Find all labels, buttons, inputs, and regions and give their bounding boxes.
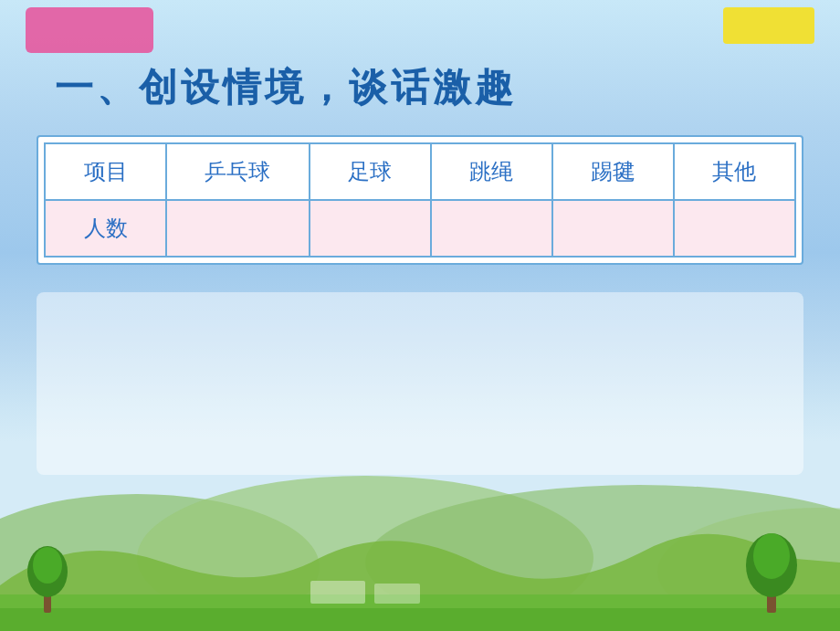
svg-rect-13: [374, 584, 420, 604]
table-header-0: 项目: [45, 143, 166, 200]
slide: 一、创设情境，谈话激趣 项目乒乓球足球跳绳踢毽其他人数: [0, 0, 840, 631]
table-cell-0-5: [674, 200, 795, 257]
table-container: 项目乒乓球足球跳绳踢毽其他人数: [37, 135, 803, 265]
table-cell-0-3: [431, 200, 552, 257]
table-header-3: 跳绳: [431, 143, 552, 200]
table-header-2: 足球: [310, 143, 431, 200]
yellow-decoration: [723, 7, 814, 44]
table-cell-0-2: [310, 200, 431, 257]
table-header-5: 其他: [674, 143, 795, 200]
svg-point-11: [753, 533, 790, 579]
pink-decoration: [26, 7, 153, 53]
table-header-1: 乒乓球: [166, 143, 309, 200]
table-cell-0-1: [166, 200, 309, 257]
main-title: 一、创设情境，谈话激趣: [55, 62, 517, 113]
table-header-4: 踢毽: [552, 143, 674, 200]
content-area: [37, 292, 803, 475]
data-table: 项目乒乓球足球跳绳踢毽其他人数: [44, 142, 796, 258]
svg-point-8: [33, 547, 62, 584]
table-cell-0-0: 人数: [45, 200, 166, 257]
table-cell-0-4: [552, 200, 674, 257]
svg-rect-12: [310, 581, 365, 604]
svg-rect-5: [0, 608, 840, 631]
